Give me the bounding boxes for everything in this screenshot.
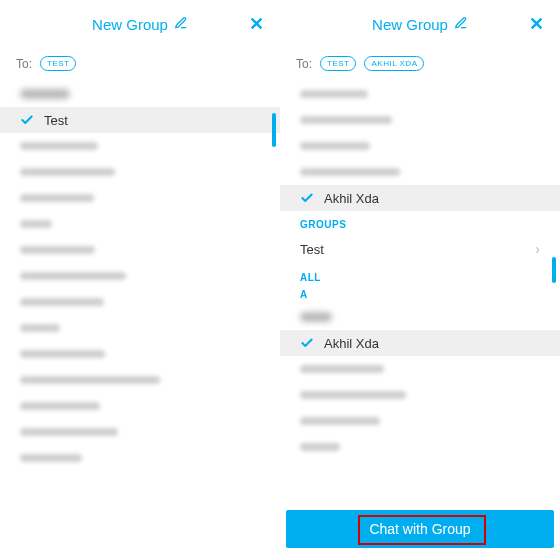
chevron-right-icon: ›: [535, 241, 540, 257]
scroll-indicator[interactable]: [552, 257, 556, 283]
page-title[interactable]: New Group: [372, 16, 468, 33]
page-title[interactable]: New Group: [92, 16, 188, 33]
contact-list: Test: [0, 81, 280, 471]
blurred-contact[interactable]: [280, 382, 560, 408]
blurred-contact[interactable]: [0, 315, 280, 341]
blurred-contact[interactable]: [0, 133, 280, 159]
blurred-contact[interactable]: [280, 304, 560, 330]
alpha-header: A: [280, 287, 560, 304]
blurred-contact[interactable]: [280, 356, 560, 382]
blurred-contact[interactable]: [0, 237, 280, 263]
contact-name: Akhil Xda: [324, 191, 379, 206]
contact-name: Test: [44, 113, 68, 128]
blurred-contact[interactable]: [0, 263, 280, 289]
to-row: To: TEST AKHIL XDA: [280, 48, 560, 81]
close-icon[interactable]: ✕: [529, 13, 544, 35]
check-icon: [300, 191, 314, 205]
blurred-contact[interactable]: [0, 367, 280, 393]
contact-row-selected[interactable]: Test: [0, 107, 280, 133]
blurred-contact[interactable]: [280, 159, 560, 185]
pane-right: New Group ✕ To: TEST AKHIL XDA Akhil Xda…: [280, 0, 560, 560]
chip-test[interactable]: TEST: [320, 56, 356, 71]
header: New Group ✕: [0, 0, 280, 48]
blurred-contact[interactable]: [280, 107, 560, 133]
chat-with-group-button[interactable]: Chat with Group: [286, 510, 554, 548]
check-icon: [300, 336, 314, 350]
edit-icon[interactable]: [454, 16, 468, 33]
header: New Group ✕: [280, 0, 560, 48]
blurred-contact[interactable]: [0, 393, 280, 419]
section-groups: GROUPS: [280, 211, 560, 234]
contact-list-right: Akhil Xda GROUPS Test › ALL A Akhil Xda: [280, 81, 560, 460]
title-text: New Group: [372, 16, 448, 33]
blurred-contact[interactable]: [0, 185, 280, 211]
blurred-contact[interactable]: [280, 133, 560, 159]
to-label: To:: [16, 57, 32, 71]
blurred-contact[interactable]: [0, 159, 280, 185]
blurred-contact[interactable]: [0, 211, 280, 237]
contact-row-selected-all[interactable]: Akhil Xda: [280, 330, 560, 356]
contact-name: Akhil Xda: [324, 336, 379, 351]
blurred-contact[interactable]: [0, 419, 280, 445]
group-row[interactable]: Test ›: [280, 234, 560, 264]
blurred-contact[interactable]: [280, 81, 560, 107]
to-row: To: TEST: [0, 48, 280, 81]
check-icon: [20, 113, 34, 127]
group-name: Test: [300, 242, 324, 257]
blurred-contact[interactable]: [0, 289, 280, 315]
blurred-contact[interactable]: [0, 445, 280, 471]
close-icon[interactable]: ✕: [249, 13, 264, 35]
section-all: ALL: [280, 264, 560, 287]
title-text: New Group: [92, 16, 168, 33]
chip-akhil[interactable]: AKHIL XDA: [364, 56, 424, 71]
blurred-contact[interactable]: [280, 434, 560, 460]
cta-label: Chat with Group: [369, 521, 470, 537]
to-label: To:: [296, 57, 312, 71]
blurred-contact[interactable]: [280, 408, 560, 434]
pane-left: New Group ✕ To: TEST Test: [0, 0, 280, 560]
contact-row-selected[interactable]: Akhil Xda: [280, 185, 560, 211]
blurred-contact[interactable]: [0, 341, 280, 367]
scroll-indicator[interactable]: [272, 113, 276, 147]
edit-icon[interactable]: [174, 16, 188, 33]
blurred-contact[interactable]: [0, 81, 280, 107]
chip-test[interactable]: TEST: [40, 56, 76, 71]
